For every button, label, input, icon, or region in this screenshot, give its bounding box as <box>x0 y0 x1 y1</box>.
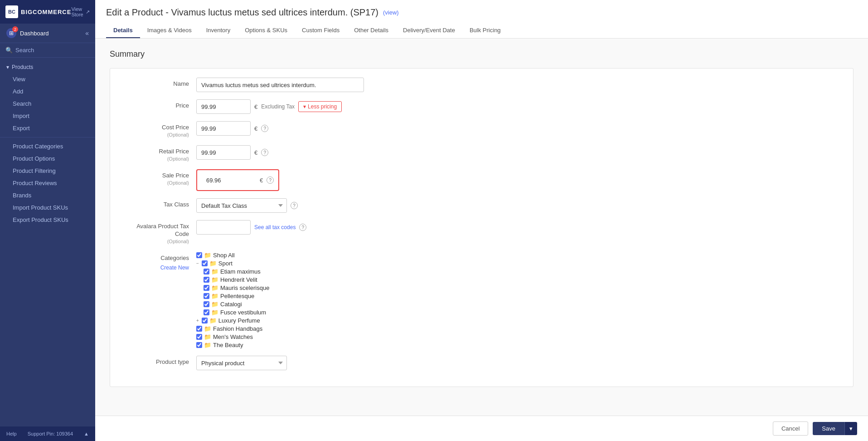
sidebar-item-view[interactable]: View <box>0 73 95 85</box>
name-row: Name <box>124 78 839 92</box>
sidebar-item-product-filtering[interactable]: Product Filtering <box>0 165 95 177</box>
tab-custom-fields[interactable]: Custom Fields <box>295 23 347 38</box>
tab-images-videos[interactable]: Images & Videos <box>140 23 199 38</box>
save-dropdown-button[interactable]: ▾ <box>844 422 857 435</box>
sidebar-item-export-skus[interactable]: Export Product SKUs <box>0 214 95 226</box>
sale-price-row: Sale Price (Optional) € ? <box>124 169 839 191</box>
category-sport-checkbox[interactable] <box>202 260 208 266</box>
name-input[interactable] <box>196 78 364 92</box>
sidebar-item-product-options[interactable]: Product Options <box>0 152 95 165</box>
help-label: Help <box>6 431 17 436</box>
tax-class-help-icon[interactable]: ? <box>291 202 298 209</box>
avalara-input[interactable] <box>196 220 251 235</box>
tax-class-row: Tax Class Default Tax Class Non-Taxable … <box>124 198 839 213</box>
folder-icon: 📁 <box>211 276 218 283</box>
sidebar-search-bar[interactable]: 🔍 <box>0 43 95 58</box>
retail-currency: € <box>254 149 257 156</box>
categories-tree: 📁 Shop All − 📁 Sport 📁 Etiam <box>196 252 269 348</box>
sidebar-item-export[interactable]: Export <box>0 122 95 134</box>
folder-icon: 📁 <box>204 342 211 348</box>
folder-icon: 📁 <box>211 301 218 308</box>
category-fashion-checkbox[interactable] <box>196 326 202 332</box>
category-shop-all: 📁 Shop All <box>196 252 269 259</box>
tab-options-skus[interactable]: Options & SKUs <box>238 23 295 38</box>
tab-bulk-pricing[interactable]: Bulk Pricing <box>462 23 508 38</box>
category-catalogi-checkbox[interactable] <box>204 301 209 307</box>
tab-inventory[interactable]: Inventory <box>199 23 238 38</box>
sidebar-footer: Help Support Pin: 109364 ▲ <box>0 426 95 441</box>
expand-footer-icon[interactable]: ▲ <box>84 431 89 436</box>
product-type-select[interactable]: Physical product Digital product <box>196 356 287 370</box>
sidebar-section-products[interactable]: ▾ Products <box>0 61 95 73</box>
avalara-label: Avalara Product Tax Code (Optional) <box>124 220 196 245</box>
cost-price-input[interactable] <box>196 121 251 136</box>
category-etiam-checkbox[interactable] <box>204 269 209 274</box>
category-pellentesque-checkbox[interactable] <box>204 293 209 299</box>
folder-icon: 📁 <box>211 309 218 316</box>
footer-actions: Cancel Save ▾ <box>95 416 868 441</box>
sidebar-item-brands[interactable]: Brands <box>0 189 95 201</box>
sale-price-control: € ? <box>196 169 839 191</box>
sport-toggle[interactable]: − <box>196 261 199 266</box>
tab-delivery-event-date[interactable]: Delivery/Event Date <box>396 23 462 38</box>
cost-price-help-icon[interactable]: ? <box>261 125 268 132</box>
see-all-tax-codes-link[interactable]: See all tax codes <box>254 224 296 230</box>
create-new-category-link[interactable]: Create New <box>160 265 189 271</box>
tax-class-select[interactable]: Default Tax Class Non-Taxable Products S… <box>196 198 287 213</box>
cost-price-label: Cost Price (Optional) <box>124 121 196 138</box>
sidebar-dashboard-item[interactable]: ⊞ 2 Dashboard « <box>0 24 95 43</box>
chevron-down-icon: ▾ <box>303 103 306 110</box>
cost-price-row: Cost Price (Optional) € ? <box>124 121 839 138</box>
collapse-sidebar-button[interactable]: « <box>85 29 89 37</box>
tab-details[interactable]: Details <box>106 23 140 38</box>
price-input[interactable] <box>196 99 251 114</box>
categories-row: Categories Create New 📁 Shop All − <box>124 252 839 348</box>
cost-currency: € <box>254 125 257 132</box>
product-type-label: Product type <box>124 356 196 366</box>
folder-icon: 📁 <box>204 325 211 332</box>
search-input[interactable] <box>15 47 90 54</box>
category-fusce-checkbox[interactable] <box>204 309 209 315</box>
sidebar-item-import-skus[interactable]: Import Product SKUs <box>0 201 95 214</box>
category-mauris-checkbox[interactable] <box>204 285 209 291</box>
folder-icon: 📁 <box>209 317 217 324</box>
category-luxury-checkbox[interactable] <box>202 318 208 323</box>
retail-price-label: Retail Price (Optional) <box>124 145 196 162</box>
sale-price-input[interactable] <box>202 173 256 187</box>
less-pricing-label: Less pricing <box>308 103 337 110</box>
dashboard-badge: 2 <box>12 26 18 32</box>
sidebar-item-search[interactable]: Search <box>0 98 95 110</box>
sale-price-help-icon[interactable]: ? <box>267 176 274 184</box>
avalara-control: See all tax codes ? <box>196 220 839 235</box>
sidebar-item-add[interactable]: Add <box>0 85 95 98</box>
category-beauty-checkbox[interactable] <box>196 342 202 348</box>
category-sport: − 📁 Sport <box>196 260 269 267</box>
view-product-link[interactable]: (view) <box>383 9 399 16</box>
category-pellentesque: 📁 Pellentesque <box>196 293 269 299</box>
sale-price-highlight-box: € ? <box>196 169 279 191</box>
save-button[interactable]: Save <box>813 422 844 435</box>
sidebar-nav: ▾ Products View Add Search Import Export… <box>0 58 95 426</box>
avalara-help-icon[interactable]: ? <box>299 224 306 231</box>
sidebar-item-import[interactable]: Import <box>0 110 95 122</box>
luxury-toggle[interactable]: + <box>196 318 199 323</box>
category-mens-watches-checkbox[interactable] <box>196 334 202 340</box>
retail-price-help-icon[interactable]: ? <box>261 149 268 156</box>
retail-price-control: € ? <box>196 145 839 160</box>
category-fashion-handbags: 📁 Fashion Handbags <box>196 325 269 332</box>
tab-other-details[interactable]: Other Details <box>347 23 396 38</box>
less-pricing-button[interactable]: ▾ Less pricing <box>298 101 342 112</box>
cost-price-control: € ? <box>196 121 839 136</box>
retail-price-input[interactable] <box>196 145 251 160</box>
cancel-button[interactable]: Cancel <box>773 421 808 436</box>
tab-bar: Details Images & Videos Inventory Option… <box>106 23 857 38</box>
sidebar-item-product-categories[interactable]: Product Categories <box>0 140 95 152</box>
dashboard-icon: ⊞ 2 <box>6 28 16 38</box>
sidebar-item-product-reviews[interactable]: Product Reviews <box>0 177 95 189</box>
categories-label: Categories Create New <box>124 252 196 272</box>
sidebar-logo-text: BIGCOMMERCE <box>21 9 71 15</box>
view-store-link[interactable]: View Store ↗ <box>71 6 90 17</box>
category-hendrerit-checkbox[interactable] <box>204 277 209 283</box>
price-label: Price <box>124 99 196 110</box>
category-shop-all-checkbox[interactable] <box>196 252 202 258</box>
